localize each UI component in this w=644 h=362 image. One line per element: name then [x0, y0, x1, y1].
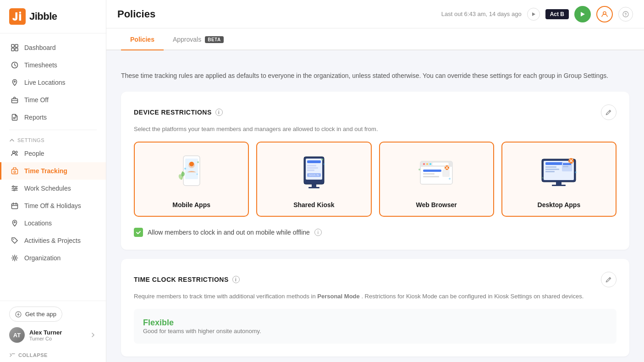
time-clock-info-icon[interactable]: i: [232, 276, 240, 283]
settings-section[interactable]: Settings: [0, 134, 106, 145]
device-card-mobile[interactable]: Mobile Apps: [134, 142, 249, 217]
chevron-right-icon: [89, 331, 97, 339]
sidebar-label-time-off: Time Off: [24, 96, 49, 104]
device-restrictions-edit-button[interactable]: [601, 104, 616, 120]
device-card-kiosk[interactable]: SIGN IN Shared Kiosk: [256, 142, 371, 217]
sidebar-label-time-tracking: Time Tracking: [24, 167, 67, 175]
help-button[interactable]: [618, 7, 633, 22]
act-badge[interactable]: Act B: [545, 9, 569, 19]
sidebar-item-time-tracking[interactable]: Time Tracking: [0, 162, 106, 180]
collapse-label: COLLAPSE: [18, 352, 48, 358]
sidebar-label-time-off-holidays: Time Off & Holidays: [24, 202, 81, 209]
sidebar-label-activities-projects: Activities & Projects: [24, 237, 81, 244]
device-card-desktop[interactable]: Desktop Apps: [501, 142, 616, 217]
question-icon: [622, 11, 629, 17]
svg-rect-57: [442, 170, 450, 177]
sidebar-item-reports[interactable]: Reports: [0, 109, 106, 126]
user-profile-row[interactable]: AT Alex Turner Turner Co: [9, 327, 97, 343]
content-area: Policies Approvals BETA These time track…: [106, 28, 644, 362]
user-info: AT Alex Turner Turner Co: [9, 327, 62, 343]
sidebar-label-dashboard: Dashboard: [24, 44, 56, 51]
svg-point-74: [542, 177, 544, 179]
sidebar-label-locations: Locations: [24, 219, 52, 227]
sidebar-item-activities-projects[interactable]: Activities & Projects: [0, 232, 106, 249]
svg-point-12: [14, 171, 16, 173]
time-clock-edit-button[interactable]: [601, 272, 616, 287]
svg-point-9: [13, 151, 15, 154]
sidebar-footer: Get the app AT Alex Turner Turner Co: [0, 301, 106, 348]
sidebar-item-live-locations[interactable]: Live Locations: [0, 74, 106, 91]
play-green-button[interactable]: [574, 6, 591, 22]
svg-point-32: [184, 168, 186, 170]
time-clock-title: TIME CLOCK RESTRICTIONS i: [134, 276, 240, 283]
device-restrictions-title: DEVICE RESTRICTIONS i: [134, 109, 223, 116]
svg-rect-63: [545, 162, 564, 165]
chevron-up-icon: [9, 137, 15, 143]
sliders-icon: [11, 184, 19, 192]
tab-approvals[interactable]: Approvals BETA: [164, 28, 233, 50]
device-restrictions-info-icon[interactable]: i: [215, 109, 223, 116]
logo[interactable]: Jibble: [0, 0, 106, 33]
checkmark-icon: [136, 230, 141, 235]
svg-point-19: [14, 257, 16, 259]
time-clock-header: TIME CLOCK RESTRICTIONS i: [134, 272, 616, 287]
sidebar-item-time-off-holidays[interactable]: Time Off & Holidays: [0, 197, 106, 214]
svg-point-50: [423, 163, 425, 165]
sidebar-item-dashboard[interactable]: Dashboard: [0, 39, 106, 56]
desktop-illustration: [510, 150, 608, 196]
device-restrictions-title-text: DEVICE RESTRICTIONS: [134, 109, 212, 116]
avatar: AT: [9, 327, 25, 343]
play-small-button[interactable]: [527, 8, 540, 21]
mobile-illustration: [142, 150, 241, 196]
sidebar: Jibble Dashboard Timesheets Live Locatio…: [0, 0, 106, 362]
svg-rect-68: [563, 163, 571, 165]
svg-rect-55: [423, 173, 435, 175]
time-tracking-icon: [11, 167, 19, 175]
time-clock-desc-1: Require members to track time with addit…: [134, 293, 316, 300]
kiosk-svg: SIGN IN: [296, 152, 332, 193]
svg-rect-54: [423, 170, 441, 172]
svg-rect-3: [15, 44, 18, 47]
kiosk-illustration: SIGN IN: [264, 150, 363, 196]
nav-divider: [9, 130, 97, 130]
gear-icon: [11, 254, 19, 262]
sidebar-item-locations[interactable]: Locations: [0, 214, 106, 232]
device-card-web[interactable]: Web Browser: [379, 142, 494, 217]
svg-point-10: [16, 151, 17, 153]
svg-point-24: [623, 11, 628, 17]
sidebar-item-work-schedules[interactable]: Work Schedules: [0, 180, 106, 197]
svg-point-15: [14, 190, 15, 191]
pencil-icon: [605, 109, 612, 115]
svg-rect-16: [12, 204, 18, 209]
collapse-button[interactable]: COLLAPSE: [0, 348, 106, 362]
device-restrictions-card: DEVICE RESTRICTIONS i Select the platfor…: [121, 92, 629, 250]
svg-rect-72: [552, 185, 566, 186]
svg-text:SIGN IN: SIGN IN: [309, 174, 319, 176]
sidebar-label-work-schedules: Work Schedules: [24, 185, 71, 192]
svg-rect-38: [307, 165, 316, 166]
sidebar-item-time-off[interactable]: Time Off: [0, 91, 106, 109]
offline-info-icon[interactable]: i: [314, 229, 322, 236]
get-app-button[interactable]: Get the app: [9, 307, 62, 322]
tab-policies[interactable]: Policies: [121, 28, 164, 50]
device-label-kiosk: Shared Kiosk: [293, 201, 334, 208]
download-icon: [15, 311, 22, 318]
sidebar-item-timesheets[interactable]: Timesheets: [0, 56, 106, 74]
user-avatar-button[interactable]: [596, 6, 613, 22]
topbar: Policies Last out 6:43 am, 14 days ago A…: [106, 0, 644, 28]
svg-point-34: [196, 174, 198, 175]
svg-rect-53: [432, 163, 449, 165]
grid-icon: [11, 44, 19, 52]
sidebar-item-organization[interactable]: Organization: [0, 249, 106, 267]
briefcase-icon: [11, 96, 19, 104]
sidebar-label-people: People: [24, 150, 44, 157]
svg-rect-64: [545, 166, 556, 168]
svg-rect-69: [563, 166, 568, 167]
tab-approvals-label: Approvals: [173, 36, 201, 43]
offline-checkbox[interactable]: [134, 228, 143, 237]
device-label-web: Web Browser: [416, 201, 457, 208]
play-triangle-icon: [531, 12, 536, 16]
svg-marker-21: [532, 12, 535, 16]
sidebar-item-people[interactable]: People: [0, 145, 106, 162]
beta-badge: BETA: [205, 36, 223, 43]
